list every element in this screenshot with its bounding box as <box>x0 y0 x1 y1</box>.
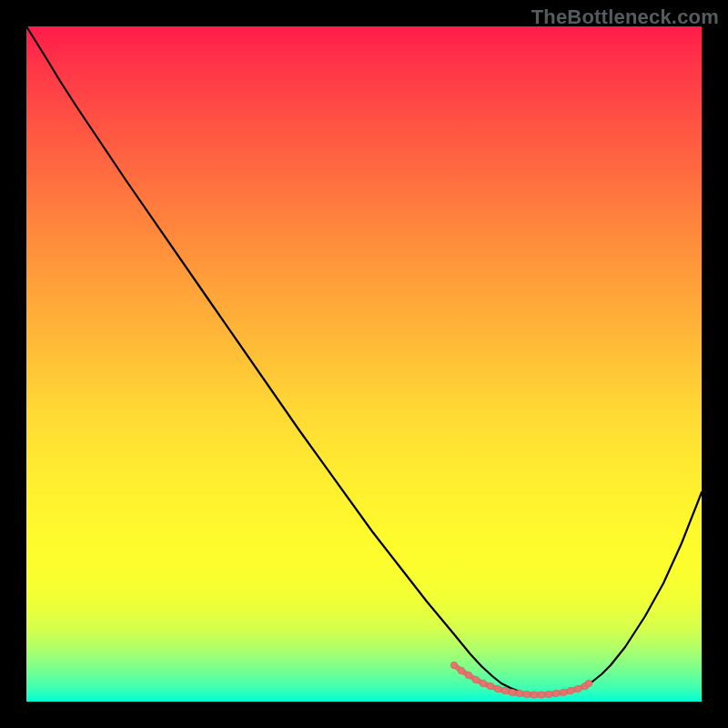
plot-area <box>26 26 702 702</box>
watermark: TheBottleneck.com <box>531 5 719 29</box>
marker-dot <box>560 689 567 696</box>
marker-dot <box>509 689 516 696</box>
marker-dot <box>472 676 480 683</box>
marker-dot <box>465 672 472 679</box>
marker-dot <box>516 690 523 697</box>
marker-dot <box>480 680 487 687</box>
marker-dot <box>552 690 560 697</box>
marker-dot <box>450 662 458 669</box>
marker-dot <box>538 692 545 699</box>
marker-dot <box>523 691 531 698</box>
marker-dot <box>501 687 509 694</box>
marker-dot <box>545 691 552 698</box>
marker-dot <box>494 685 501 693</box>
marker-dot <box>531 692 538 699</box>
marker-dot <box>585 680 592 687</box>
bottleneck-curve <box>26 26 702 695</box>
marker-dot <box>487 682 494 690</box>
marker-dot <box>567 687 574 694</box>
marker-dot <box>458 667 465 674</box>
chart-svg <box>26 26 702 702</box>
marker-dot <box>574 685 581 693</box>
marker-group <box>450 662 592 698</box>
chart-frame: TheBottleneck.com <box>0 0 728 728</box>
